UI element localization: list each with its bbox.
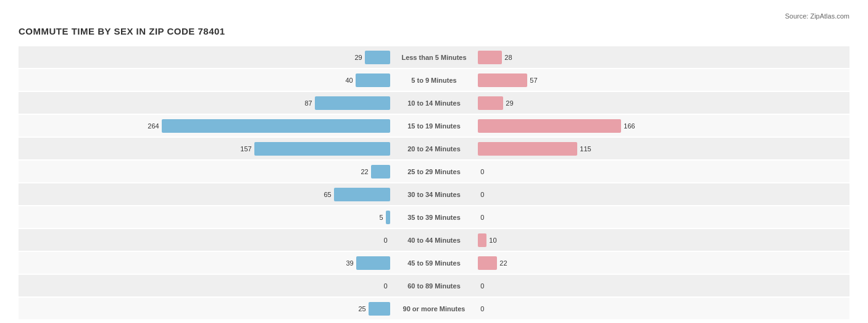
bars-container-inner: 0 60 to 89 Minutes 0 — [19, 275, 849, 296]
category-label: 25 to 29 Minutes — [393, 168, 476, 175]
table-row: 39 45 to 59 Minutes 22 — [19, 252, 849, 274]
left-section: 264 — [19, 115, 393, 136]
bars-container-inner: 0 40 to 44 Minutes 10 — [19, 229, 849, 251]
left-section: 65 — [19, 183, 393, 205]
male-bar — [365, 51, 390, 64]
male-bar — [162, 119, 390, 133]
category-label: 5 to 9 Minutes — [393, 77, 476, 84]
left-section: 0 — [19, 229, 393, 251]
table-row: 65 30 to 34 Minutes 0 — [19, 183, 849, 205]
male-value: 40 — [336, 77, 353, 84]
female-value: 0 — [480, 168, 498, 175]
bars-container-inner: 39 45 to 59 Minutes 22 — [19, 252, 849, 274]
left-section: 39 — [19, 252, 393, 274]
female-bar — [478, 142, 577, 156]
male-value: 25 — [349, 305, 366, 313]
chart-title: COMMUTE TIME BY SEX IN ZIP CODE 78401 — [19, 26, 849, 36]
bars-container-inner: 87 10 to 14 Minutes 29 — [19, 92, 849, 114]
male-bar — [356, 256, 390, 270]
female-bar — [478, 73, 527, 87]
table-row: 29 Less than 5 Minutes 28 — [19, 46, 849, 68]
male-value: 264 — [142, 122, 159, 130]
right-section: 0 — [475, 206, 849, 228]
female-bar — [478, 256, 497, 270]
right-section: 57 — [475, 69, 849, 91]
category-label: 40 to 44 Minutes — [393, 237, 476, 244]
right-section: 166 — [475, 115, 849, 136]
category-label: 60 to 89 Minutes — [393, 282, 476, 290]
bars-container-inner: 25 90 or more Minutes 0 — [19, 298, 849, 319]
bars-container-inner: 264 15 to 19 Minutes 166 — [19, 115, 849, 136]
bars-rows: 29 Less than 5 Minutes 28 40 5 to 9 Minu… — [19, 46, 849, 319]
right-section: 115 — [475, 138, 849, 159]
chart-area: 29 Less than 5 Minutes 28 40 5 to 9 Minu… — [19, 46, 849, 323]
table-row: 264 15 to 19 Minutes 166 — [19, 115, 849, 136]
table-row: 40 5 to 9 Minutes 57 — [19, 69, 849, 91]
right-section: 28 — [475, 46, 849, 68]
category-label: 20 to 24 Minutes — [393, 145, 476, 153]
category-label: 45 to 59 Minutes — [393, 259, 476, 267]
female-value: 22 — [499, 259, 517, 267]
right-section: 0 — [475, 275, 849, 296]
source-label: Source: ZipAtlas.com — [19, 12, 849, 20]
female-bar — [478, 51, 502, 64]
male-value: 65 — [314, 191, 332, 198]
left-section: 29 — [19, 46, 393, 68]
left-section: 5 — [19, 206, 393, 228]
category-label: 15 to 19 Minutes — [393, 122, 476, 130]
female-value: 0 — [480, 191, 498, 198]
bars-container-inner: 29 Less than 5 Minutes 28 — [19, 46, 849, 68]
left-section: 22 — [19, 161, 393, 182]
female-value: 166 — [624, 122, 641, 130]
category-label: 10 to 14 Minutes — [393, 99, 476, 107]
male-value: 0 — [370, 282, 388, 290]
male-value: 39 — [336, 259, 354, 267]
category-label: Less than 5 Minutes — [393, 54, 476, 61]
table-row: 25 90 or more Minutes 0 — [19, 298, 849, 319]
male-bar — [315, 96, 390, 110]
male-bar — [371, 165, 390, 178]
male-bar — [356, 73, 390, 87]
left-section: 0 — [19, 275, 393, 296]
table-row: 0 40 to 44 Minutes 10 — [19, 229, 849, 251]
left-section: 40 — [19, 69, 393, 91]
female-value: 10 — [489, 237, 506, 244]
right-section: 0 — [475, 183, 849, 205]
male-value: 29 — [345, 54, 362, 61]
bars-container-inner: 40 5 to 9 Minutes 57 — [19, 69, 849, 91]
right-section: 0 — [475, 161, 849, 182]
right-section: 29 — [475, 92, 849, 114]
male-value: 157 — [235, 145, 252, 153]
male-bar — [254, 142, 390, 156]
left-section: 25 — [19, 298, 393, 319]
female-value: 0 — [480, 282, 498, 290]
bars-container-inner: 157 20 to 24 Minutes 115 — [19, 138, 849, 159]
female-value: 0 — [480, 305, 498, 313]
male-bar — [369, 302, 390, 316]
bars-container-inner: 65 30 to 34 Minutes 0 — [19, 183, 849, 205]
table-row: 157 20 to 24 Minutes 115 — [19, 138, 849, 159]
table-row: 22 25 to 29 Minutes 0 — [19, 161, 849, 182]
female-value: 28 — [504, 54, 522, 61]
left-section: 87 — [19, 92, 393, 114]
right-section: 10 — [475, 229, 849, 251]
category-label: 30 to 34 Minutes — [393, 191, 476, 198]
male-bar — [386, 211, 390, 224]
right-section: 0 — [475, 298, 849, 319]
left-section: 157 — [19, 138, 393, 159]
male-value: 22 — [351, 168, 369, 175]
female-value: 0 — [480, 214, 498, 221]
male-bar — [334, 188, 390, 201]
female-value: 115 — [580, 145, 597, 153]
table-row: 5 35 to 39 Minutes 0 — [19, 206, 849, 228]
male-value: 5 — [366, 214, 383, 221]
female-bar — [478, 96, 503, 110]
female-bar — [478, 233, 486, 247]
male-value: 0 — [370, 237, 388, 244]
bars-container-inner: 22 25 to 29 Minutes 0 — [19, 161, 849, 182]
female-value: 57 — [530, 77, 547, 84]
axis-labels: 300 300 — [19, 321, 849, 323]
female-value: 29 — [506, 99, 523, 107]
category-label: 35 to 39 Minutes — [393, 214, 476, 221]
table-row: 0 60 to 89 Minutes 0 — [19, 275, 849, 296]
